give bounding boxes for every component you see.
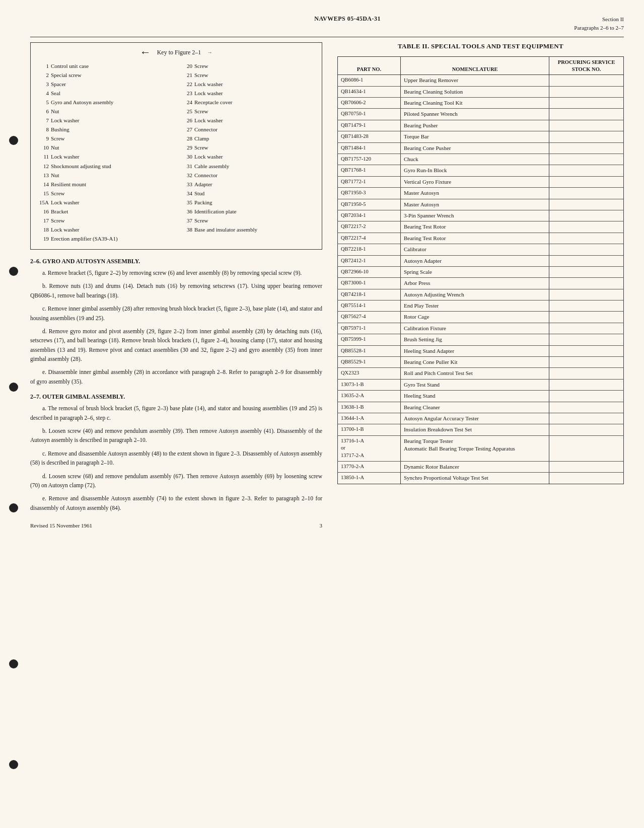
key-text: Screw (194, 62, 315, 70)
key-text: Identification plate (194, 207, 315, 216)
nomenclature-cell: Rotor Cage (400, 312, 549, 323)
paragraph: e. Disassemble inner gimbal assembly (28… (30, 367, 322, 386)
nomenclature-cell: Bearing Torque Tester Automatic Ball Bea… (400, 435, 549, 461)
table-title: TABLE II. SPECIAL TOOLS AND TEST EQUIPME… (337, 42, 624, 50)
part-number-cell: 13700-1-B (338, 424, 401, 435)
table-row: QB71950-5Master Autosyn (338, 199, 624, 210)
key-num: 22 (181, 80, 192, 89)
key-num: 16 (38, 207, 49, 216)
table-row: QB14634-1Bearing Cleaning Solution (338, 86, 624, 97)
nomenclature-cell: Piloted Spanner Wrench (400, 109, 549, 120)
key-item: 30Lock washer (181, 153, 315, 161)
part-number-cell: 13638-1-B (338, 402, 401, 413)
paragraph: b. Remove nuts (13) and drums (14). Deta… (30, 281, 322, 300)
key-num: 18 (38, 225, 49, 234)
key-item: 33Adapter (181, 180, 315, 189)
margin-bullet-2 (9, 267, 18, 276)
table-row: QB75999-1Brush Setting Jig (338, 334, 624, 345)
key-item: 21Screw (181, 71, 315, 80)
key-num: 1 (38, 62, 49, 70)
right-column: TABLE II. SPECIAL TOOLS AND TEST EQUIPME… (337, 42, 624, 529)
nomenclature-cell: Bearing Pusher (400, 120, 549, 131)
key-text: Lock washer (194, 89, 315, 98)
key-num: 21 (181, 71, 192, 80)
page-header: NAVWEPS 05-45DA-31 Section II Paragraphs… (30, 15, 624, 32)
key-text: Receptacle cover (194, 98, 315, 107)
paragraph: d. Loosen screw (68) and remove pendulum… (30, 472, 322, 490)
section-2-6-heading: 2–6. GYRO AND AUTOSYN ASSEMBLY. (30, 258, 322, 265)
key-figure-box: ← Key to Figure 2–1 → 1Control unit case… (30, 42, 322, 250)
key-item: 16Bracket (38, 207, 171, 216)
paragraph: c. Remove inner gimbal assembly (28) aft… (30, 304, 322, 323)
left-arrow-icon: ← (140, 47, 151, 58)
part-number-cell: QB71483-28 (338, 131, 401, 142)
stock-number-cell (549, 75, 624, 86)
table-row: QB71483-28Torque Bar (338, 131, 624, 142)
paragraph: e. Remove and disassemble Autosyn assemb… (30, 494, 322, 512)
key-num: 19 (38, 235, 49, 243)
stock-number-cell (549, 334, 624, 345)
key-num: 34 (181, 189, 192, 198)
key-item: 14Resilient mount (38, 180, 171, 189)
revised-date: Revised 15 November 1961 (30, 522, 92, 529)
part-number-cell: QB72217-4 (338, 233, 401, 244)
stock-number-cell (549, 379, 624, 390)
nomenclature-cell: Gyro Test Stand (400, 379, 549, 390)
stock-number-cell (549, 345, 624, 356)
key-text: Control unit case (51, 62, 171, 70)
table-row: QB72218-1Calibrator (338, 244, 624, 255)
nomenclature-cell: Torque Bar (400, 131, 549, 142)
nomenclature-cell: End Play Tester (400, 300, 549, 312)
key-item: 5Gyro and Autosyn assembly (38, 98, 171, 107)
key-num: 27 (181, 125, 192, 134)
part-number-cell: QB75627-4 (338, 312, 401, 323)
key-item: 3Spacer (38, 80, 171, 89)
stock-number-cell (549, 210, 624, 221)
nomenclature-cell: Bearing Cleaner (400, 402, 549, 413)
part-number-cell: 13073-1-B (338, 379, 401, 390)
margin-bullet-5 (9, 659, 18, 668)
key-item: 15ALock washer (38, 198, 171, 207)
key-num: 15 (38, 189, 49, 198)
key-num: 14 (38, 180, 49, 189)
stock-number-cell (549, 413, 624, 424)
key-num: 5 (38, 98, 49, 107)
table-row: QB75627-4Rotor Cage (338, 312, 624, 323)
part-number-cell: QB71950-5 (338, 199, 401, 210)
nomenclature-cell: Autosyn Angular Accuracy Tester (400, 413, 549, 424)
table-row: QB70750-1Piloted Spanner Wrench (338, 109, 624, 120)
section-info: Section II Paragraphs 2–6 to 2–7 (574, 15, 624, 32)
key-text: Spacer (51, 80, 171, 89)
key-text: Screw (194, 216, 315, 225)
part-number-cell: QB70606-2 (338, 98, 401, 109)
key-item: 23Lock washer (181, 89, 315, 98)
key-text: Nut (51, 171, 171, 180)
part-number-cell: QX2323 (338, 368, 401, 379)
margin-bullet-6 (9, 760, 18, 769)
key-item: 31Cable assembly (181, 162, 315, 171)
key-num: 24 (181, 98, 192, 107)
section-label: Section II (574, 15, 624, 24)
table-row: QX2323Roll and Pitch Control Test Set (338, 368, 624, 379)
key-item: 35Packing (181, 198, 315, 207)
key-text: Packing (194, 198, 315, 207)
key-text: Adapter (194, 180, 315, 189)
key-text: Lock washer (51, 153, 171, 161)
stock-number-cell (549, 300, 624, 312)
col-header-nom: NOMENCLATURE (400, 57, 549, 75)
key-item: 25Screw (181, 107, 315, 116)
stock-number-cell (549, 391, 624, 402)
key-items-grid: 1Control unit case20Screw2Special screw2… (38, 62, 315, 243)
key-num: 2 (38, 71, 49, 80)
table-row: QB72217-4Bearing Test Rotor (338, 233, 624, 244)
stock-number-cell (549, 278, 624, 289)
table-row: QB71950-3Master Autosyn (338, 188, 624, 199)
key-text: Connector (194, 125, 315, 134)
table-body: QB6086-1Upper Bearing RemoverQB14634-1Be… (338, 75, 624, 484)
key-item: 15Screw (38, 189, 171, 198)
key-num: 6 (38, 107, 49, 116)
section-2-7-body: a. The removal of brush block bracket (5… (30, 404, 322, 512)
stock-number-cell (549, 165, 624, 176)
table-row: QB74218-1Autosyn Adjusting Wrench (338, 289, 624, 300)
key-text: Shockmount adjusting stud (51, 162, 171, 171)
